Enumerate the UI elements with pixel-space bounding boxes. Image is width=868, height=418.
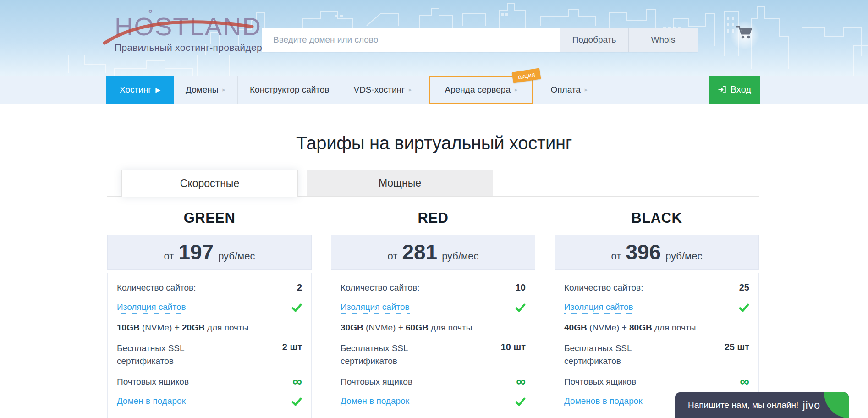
plans-row: GREEN от 197 руб/мес Количество сайтов: … [107, 206, 759, 418]
plan-name: RED [331, 210, 535, 226]
chevron-right-icon: ▸ [409, 86, 412, 93]
feature-row-isolation: Изоляция сайтов [331, 297, 535, 318]
price-amount: 197 [178, 242, 214, 263]
plan-card-green: GREEN от 197 руб/мес Количество сайтов: … [107, 206, 312, 418]
feature-row-ssl: Бесплатных SSL сертификатов 10 шт [331, 337, 535, 372]
feature-label: Бесплатных SSL сертификатов [341, 342, 408, 367]
jivo-leaf-icon [824, 392, 849, 418]
login-label: Вход [731, 84, 751, 95]
price-prefix: от [388, 250, 398, 262]
tab-speed[interactable]: Скоростные [121, 170, 298, 197]
storage-mail: 80GB [629, 323, 652, 332]
check-icon [739, 302, 749, 313]
logo-tagline: Правильный хостинг-провайдер [115, 42, 266, 53]
feature-row-storage: 40GB (NVMe) + 80GB для почты [555, 318, 758, 337]
price-suffix: руб/мес [442, 250, 478, 262]
feature-value: 2 шт [282, 342, 302, 352]
chevron-right-icon: ▸ [222, 86, 225, 93]
chevron-right-icon: ▸ [585, 86, 588, 93]
tab-power[interactable]: Мощные [307, 170, 493, 196]
cart-button[interactable] [735, 25, 753, 43]
shopping-cart-icon [735, 25, 753, 41]
isolation-link[interactable]: Изоляция сайтов [117, 302, 186, 314]
plan-price-panel: от 197 руб/мес [107, 235, 312, 270]
storage-disk: 40GB [564, 323, 587, 332]
price-suffix: руб/мес [665, 250, 702, 262]
nav-item-label: Конструктор сайтов [250, 85, 329, 95]
price-prefix: от [611, 250, 621, 262]
feature-value: 10 шт [501, 342, 526, 352]
feature-row-isolation: Изоляция сайтов [555, 297, 758, 318]
feature-row-ssl: Бесплатных SSL сертификатов 2 шт [108, 337, 311, 372]
feature-row-gift: Домен в подарок [108, 391, 311, 412]
nav-item-domains[interactable]: Домены ▸ [174, 76, 238, 104]
price-amount: 281 [402, 242, 437, 263]
isolation-link[interactable]: Изоляция сайтов [564, 302, 633, 314]
nav-item-payment[interactable]: Оплата ▸ [538, 76, 599, 104]
plan-card-black: BLACK от 396 руб/мес Количество сайтов: … [555, 206, 759, 418]
feature-row-isolation: Изоляция сайтов [108, 297, 311, 318]
feature-row-ssl: Бесплатных SSL сертификатов 25 шт [555, 337, 758, 372]
storage-mail: 60GB [406, 323, 429, 332]
dashed-divider [110, 273, 308, 273]
nav-item-site-builder[interactable]: Конструктор сайтов [238, 76, 341, 104]
feature-row-mailboxes: Почтовых ящиков ∞ [331, 372, 535, 391]
gift-domain-link[interactable]: Домен в подарок [341, 396, 409, 407]
infinity-icon: ∞ [292, 376, 302, 387]
chat-message: Напишите нам, мы онлайн! [688, 400, 798, 410]
price-prefix: от [164, 250, 174, 262]
nav-item-label: Хостинг [120, 85, 151, 95]
isolation-link[interactable]: Изоляция сайтов [341, 302, 410, 314]
nav-item-label: VDS-хостинг [353, 85, 405, 95]
logo-wordmark: HOSTLAND ˚ [115, 14, 266, 39]
feature-row-sites: Количество сайтов: 2 [108, 278, 311, 297]
feature-row-sites: Количество сайтов: 25 [555, 278, 758, 297]
plan-name: GREEN [107, 210, 312, 226]
feature-label: Количество сайтов: [117, 283, 196, 293]
infinity-icon: ∞ [516, 376, 526, 387]
gift-domain-link[interactable]: Домен в подарок [117, 396, 186, 407]
plan-price-panel: от 281 руб/мес [331, 235, 535, 270]
feature-label: Бесплатных SSL сертификатов [117, 342, 185, 367]
chat-widget[interactable]: Напишите нам, мы онлайн! jivo [675, 392, 849, 418]
feature-row-mailboxes: Почтовых ящиков ∞ [108, 372, 311, 391]
nav-item-server-rent[interactable]: Аренда сервера ▸ акция [429, 76, 533, 104]
search-submit-button[interactable]: Подобрать [560, 28, 628, 52]
login-button[interactable]: Вход [709, 76, 760, 104]
logo[interactable]: HOSTLAND ˚ Правильный хостинг-провайдер [115, 14, 266, 53]
feature-value: 10 [516, 282, 526, 293]
storage-disk: 30GB [341, 323, 363, 332]
storage-disk: 10GB [117, 323, 140, 332]
nav-item-label: Домены [186, 85, 218, 95]
chevron-right-icon: ▸ [515, 86, 518, 93]
check-icon [515, 396, 526, 407]
nav-item-hosting[interactable]: Хостинг ▶ [106, 76, 174, 104]
infinity-icon: ∞ [740, 376, 749, 387]
feature-value: 25 шт [725, 342, 749, 352]
nav-item-label: Аренда сервера [445, 85, 511, 95]
storage-text: (NVMe) + [140, 323, 182, 332]
feature-value: 2 [297, 282, 302, 293]
storage-text: для почты [429, 323, 472, 332]
plan-price-panel: от 396 руб/мес [555, 235, 759, 270]
feature-label: Количество сайтов: [341, 283, 419, 293]
domain-search-input[interactable] [262, 28, 560, 52]
jivo-logo: jivo [802, 399, 820, 412]
site-header: HOSTLAND ˚ Правильный хостинг-провайдер … [0, 0, 868, 76]
whois-button[interactable]: Whois [628, 28, 698, 52]
gift-domain-link[interactable]: Доменов в подарок [564, 396, 643, 407]
domain-search-bar: Подобрать Whois [262, 28, 698, 52]
feature-label: Бесплатных SSL сертификатов [564, 342, 632, 367]
nav-item-vds-hosting[interactable]: VDS-хостинг ▸ [341, 76, 423, 104]
plan-card-red: RED от 281 руб/мес Количество сайтов: 10… [331, 206, 535, 418]
dashed-divider [334, 273, 532, 273]
storage-text: (NVMe) + [363, 323, 406, 332]
feature-label: Почтовых ящиков [564, 377, 636, 387]
plan-features: Количество сайтов: 10 Изоляция сайтов 30… [331, 273, 535, 418]
feature-row-storage: 30GB (NVMe) + 60GB для почты [331, 318, 535, 337]
nav-item-label: Оплата [550, 85, 580, 95]
feature-row-mailboxes: Почтовых ящиков ∞ [555, 372, 758, 391]
login-icon [718, 85, 726, 94]
feature-label: Почтовых ящиков [341, 377, 412, 387]
plan-name: BLACK [555, 210, 759, 226]
